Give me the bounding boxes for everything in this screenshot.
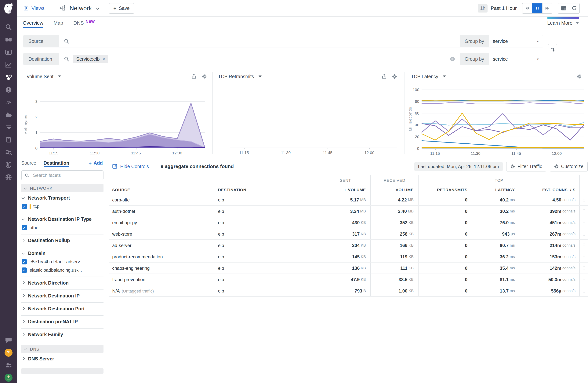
users-icon[interactable] [5,361,12,369]
facet-header[interactable]: Destination preNAT IP [21,319,104,324]
chevron-down-icon[interactable] [96,6,100,9]
facet-tab-source[interactable]: Source [21,159,36,167]
destination-cell[interactable]: elb [212,228,320,239]
search-icon[interactable] [5,23,12,31]
refresh-button[interactable] [569,3,579,13]
security-icon[interactable] [5,161,12,168]
watchdog-icon[interactable] [5,36,12,43]
facet-group-header-dns[interactable]: DNS [21,345,104,353]
tab-dns[interactable]: DNSNEW [73,17,95,29]
upgrade-icon[interactable] [4,374,12,382]
chevron-down-icon[interactable] [259,75,262,77]
skip-back-button[interactable] [523,3,532,13]
chart-title-tcp-latency[interactable]: TCP Latency [411,74,438,79]
dashboards-icon[interactable] [5,48,12,56]
checkbox-checked-icon[interactable]: ✓ [21,268,27,273]
integrations-icon[interactable] [5,111,12,118]
destination-group-by-select[interactable]: service ▾ [489,53,543,65]
facet-search-input[interactable] [32,172,100,178]
chevron-down-icon[interactable] [443,75,446,77]
filter-tag-service-elb[interactable]: Service:elb × [73,55,108,63]
notebooks-icon[interactable] [5,136,12,143]
facet-header[interactable]: Network Transport [21,195,104,201]
tab-overview[interactable]: Overview [23,17,43,29]
export-icon[interactable] [191,74,197,79]
gear-icon[interactable] [392,74,397,79]
column-header-source[interactable]: SOURCE [109,185,212,194]
row-menu-button[interactable] [579,217,588,228]
facet-value-row[interactable]: ✓other [21,225,104,230]
facet-value-row[interactable]: ✓elasticloadbalancing.us-... [21,268,104,273]
table-row[interactable]: auth-dotnetelb3.24MB2.40MB030.2ms392mcon… [109,206,588,217]
customize-button[interactable]: Customize [550,161,588,171]
source-cell[interactable]: ad-server [109,240,212,251]
log-explorer-icon[interactable] [5,149,12,156]
column-header-received-volume[interactable]: VOLUME [370,185,418,194]
source-cell[interactable]: web-store [109,228,212,239]
source-cell[interactable]: product-recommendation [109,251,212,262]
chart-title-tcp-retransmits[interactable]: TCP Retransmits [218,74,254,79]
destination-cell[interactable]: elb [212,240,320,251]
row-menu-button[interactable] [579,274,588,285]
source-search-input[interactable] [73,35,460,47]
row-menu-button[interactable] [579,206,588,217]
monitors-icon[interactable] [5,86,12,93]
apm-icon[interactable] [5,99,12,106]
destination-search-input[interactable]: Service:elb × [73,53,449,65]
column-header-retransmits[interactable]: RETRANSMITS [418,185,472,194]
facet-header[interactable]: Domain [21,251,104,256]
facet-tab-destination[interactable]: Destination [43,159,69,167]
help-icon[interactable]: ? [4,349,12,357]
filter-traffic-button[interactable]: Filter Traffic [506,161,546,171]
chart-title-volume-sent[interactable]: Volume Sent [26,74,53,79]
calendar-button[interactable] [558,3,569,13]
facet-value-row[interactable]: ✓tcp [21,204,104,209]
hide-controls-button[interactable]: Hide Controls [112,163,149,169]
table-row[interactable]: N/A(Untagged traffic)elb793B1.00KB013.7m… [109,285,588,297]
time-range-badge[interactable]: 1h [478,4,488,12]
remove-tag-icon[interactable]: × [102,56,105,62]
column-header-est-conns[interactable]: EST. CONNS. / S [519,185,579,194]
facet-add-button[interactable]: +Add [88,159,103,167]
tab-map[interactable]: Map [53,17,63,29]
source-cell[interactable]: email-api-py [109,217,212,228]
facet-header[interactable]: Network Destination IP [21,293,104,299]
facet-header[interactable]: DNS Server [21,356,104,361]
metrics-icon[interactable] [5,61,12,68]
row-menu-button[interactable] [579,263,588,273]
facet-header[interactable]: Network Direction [21,280,104,286]
skip-forward-button[interactable] [542,3,552,13]
row-menu-button[interactable] [579,251,588,262]
infrastructure-icon[interactable] [5,74,12,81]
destination-cell[interactable]: elb [212,274,320,285]
save-button[interactable]: + Save [109,3,134,13]
destination-cell[interactable]: elb [212,251,320,262]
table-row[interactable]: fraud-preventionelb47.9KB38.5KB081.1ms50… [109,274,588,285]
column-header-sent-volume[interactable]: ↓VOLUME [320,185,370,194]
table-row[interactable]: web-storeelb317KB258KB0943µs267mconns/s [109,228,588,240]
column-header-destination[interactable]: DESTINATION [212,185,320,194]
source-cell[interactable]: N/A(Untagged traffic) [109,285,212,296]
row-menu-button[interactable] [579,194,588,205]
export-icon[interactable] [381,74,387,79]
row-menu-button[interactable] [579,228,588,239]
column-header-latency[interactable]: LATENCY [472,185,519,194]
facet-value-row[interactable]: ✓e5e1ca4b-default-adserv... [21,259,104,264]
facet-header[interactable]: Network Destination IP Type [21,217,104,222]
facet-header[interactable]: Network Family [21,332,104,337]
chat-icon[interactable] [5,337,12,344]
facet-group-header-network[interactable]: NETWORK [21,184,104,192]
views-button[interactable]: Views [23,5,44,11]
source-cell[interactable]: corp-site [109,194,212,205]
facet-header[interactable]: Network Destination Port [21,306,104,312]
time-range-label[interactable]: Past 1 Hour [491,5,517,11]
row-menu-button[interactable] [579,285,588,296]
destination-cell[interactable]: elb [212,206,320,217]
chevron-down-icon[interactable] [58,75,61,77]
gear-icon[interactable] [576,74,582,79]
pause-button[interactable] [532,3,542,13]
learn-more-button[interactable]: Learn More [547,17,579,29]
checkbox-checked-icon[interactable]: ✓ [21,225,27,230]
swap-source-destination-button[interactable] [548,44,557,55]
row-menu-button[interactable] [579,240,588,251]
